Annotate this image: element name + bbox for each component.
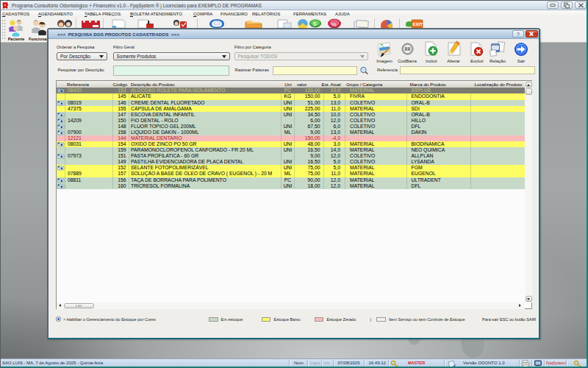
svg-text:%: % bbox=[331, 21, 337, 28]
svg-text:EXIT: EXIT bbox=[413, 22, 423, 26]
svg-text:$: $ bbox=[313, 21, 317, 27]
